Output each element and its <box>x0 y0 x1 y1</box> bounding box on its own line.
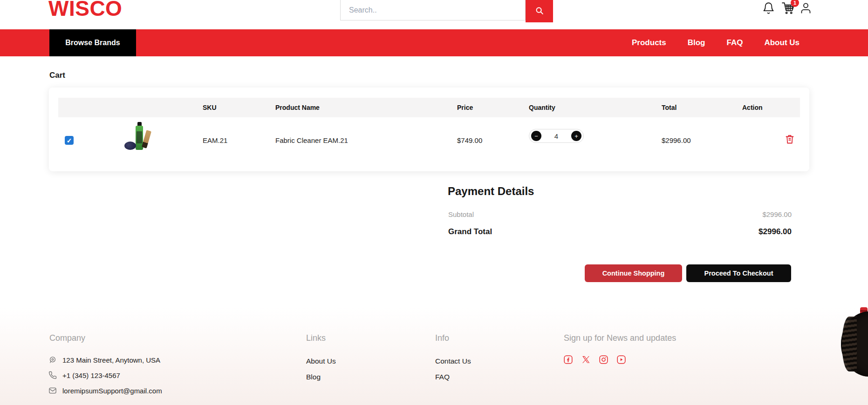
footer-link-blog[interactable]: Blog <box>306 373 321 381</box>
brand-logo[interactable]: WISCO <box>48 0 122 21</box>
grand-total-label: Grand Total <box>448 227 492 236</box>
social-icons <box>563 355 626 364</box>
col-header-quantity: Quantity <box>529 98 555 117</box>
youtube-icon[interactable] <box>616 355 626 364</box>
nav-link-blog[interactable]: Blog <box>688 38 705 47</box>
notification-bell-icon[interactable] <box>762 2 775 14</box>
nav-link-faq[interactable]: FAQ <box>727 38 743 47</box>
footer-phone-row: +1 (345) 123-4567 <box>48 371 120 379</box>
nav-link-products[interactable]: Products <box>632 38 666 47</box>
footer-info-heading: Info <box>435 333 449 343</box>
cell-sku: EAM.21 <box>203 136 227 144</box>
footer-email-row: loremipsumSupport@gmail.com <box>48 386 162 395</box>
browse-brands-button[interactable]: Browse Brands <box>49 29 136 56</box>
search-button[interactable] <box>526 0 553 22</box>
top-header: WISCO 1 <box>0 0 868 26</box>
cloth-shape <box>124 142 136 150</box>
footer-newsletter-heading: Sign up for News and updates <box>564 333 676 343</box>
search-input[interactable] <box>340 0 526 20</box>
footer-link-faq[interactable]: FAQ <box>435 373 450 381</box>
user-account-icon[interactable] <box>800 2 812 14</box>
location-pin-icon <box>48 356 57 364</box>
delete-item-trash-icon[interactable] <box>784 133 795 145</box>
nav-link-about-us[interactable]: About Us <box>764 38 800 47</box>
footer-phone-text: +1 (345) 123-4567 <box>62 371 120 379</box>
mail-icon <box>48 386 57 395</box>
phone-icon <box>48 371 57 379</box>
cart-page-title: Cart <box>49 71 65 80</box>
search-icon <box>534 6 545 16</box>
footer-link-about-us[interactable]: About Us <box>306 357 336 365</box>
col-header-action: Action <box>742 98 763 117</box>
proceed-to-checkout-button[interactable]: Proceed To Checkout <box>686 264 791 282</box>
col-header-name: Product Name <box>275 98 320 117</box>
facebook-icon[interactable] <box>563 355 573 364</box>
quantity-stepper: − 4 + <box>529 129 584 143</box>
cart-table-header: SKU Product Name Price Quantity Total Ac… <box>58 98 800 117</box>
instagram-icon[interactable] <box>599 355 608 364</box>
cell-name: Fabric Cleaner EAM.21 <box>275 136 348 144</box>
col-header-price: Price <box>457 98 473 117</box>
cell-total: $2996.00 <box>662 136 691 144</box>
cart-row: ✓ EAM.21 Fabric Cleaner EAM.21 $749.00 −… <box>58 117 800 169</box>
subtotal-label: Subtotal <box>448 210 474 218</box>
page-footer: Company Links Info Sign up for News and … <box>0 307 868 405</box>
quantity-decrease-button[interactable]: − <box>531 131 541 141</box>
footer-address-text: 123 Main Street, Anytown, USA <box>62 356 160 364</box>
footer-email-text: loremipsumSupport@gmail.com <box>62 387 162 395</box>
continue-shopping-button[interactable]: Continue Shopping <box>585 264 682 282</box>
brush-shape <box>142 130 151 148</box>
cell-price: $749.00 <box>457 136 482 144</box>
main-navbar: Browse Brands Products Blog FAQ About Us <box>0 29 868 56</box>
footer-link-contact-us[interactable]: Contact Us <box>435 357 471 365</box>
payment-details-title: Payment Details <box>448 185 534 198</box>
cart-count-badge: 1 <box>791 0 799 7</box>
quantity-increase-button[interactable]: + <box>571 131 581 141</box>
col-header-sku: SKU <box>203 98 217 117</box>
nav-links: Products Blog FAQ About Us <box>632 29 800 56</box>
col-header-total: Total <box>662 98 677 117</box>
cart-card: SKU Product Name Price Quantity Total Ac… <box>49 88 809 171</box>
footer-links-heading: Links <box>306 333 326 343</box>
subtotal-value: $2996.00 <box>762 210 792 218</box>
footer-company-heading: Company <box>49 333 85 343</box>
tire-image <box>841 311 868 377</box>
grand-total-value: $2996.00 <box>759 227 792 236</box>
product-thumbnail <box>123 122 154 153</box>
quantity-value: 4 <box>554 132 558 140</box>
item-select-checkbox[interactable]: ✓ <box>65 136 74 145</box>
bottle-label-shape <box>137 131 142 143</box>
x-twitter-icon[interactable] <box>581 355 591 364</box>
footer-address-row: 123 Main Street, Anytown, USA <box>48 356 160 364</box>
